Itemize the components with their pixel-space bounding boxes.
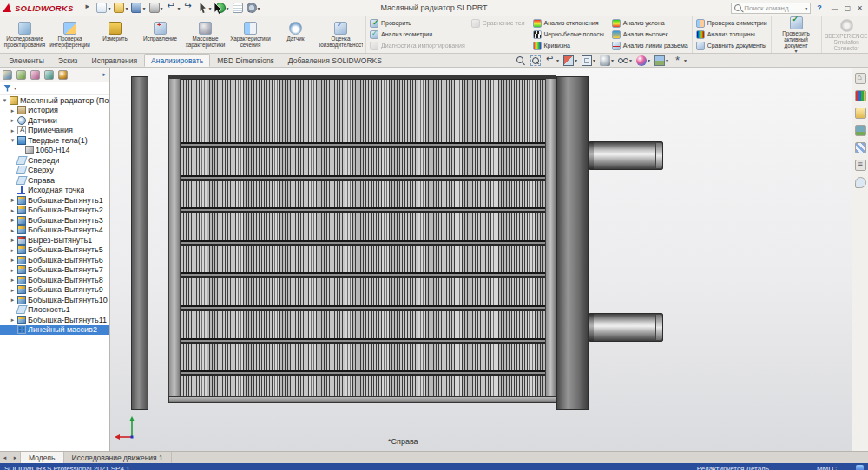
tree-item[interactable]: Плоскость1 xyxy=(0,305,109,316)
ribbon-button[interactable]: Черно-белые полосы ▾ xyxy=(532,29,605,41)
ribbon-button[interactable]: Массовые характеристики ▾ xyxy=(183,21,227,49)
radiator-right-tank[interactable] xyxy=(556,76,589,410)
help-icon[interactable]: ? xyxy=(815,3,824,12)
task-pane-tab[interactable] xyxy=(855,125,866,136)
view-tool-button[interactable]: ▾ xyxy=(562,55,578,66)
tree-item[interactable]: Бобышка-Вытянуть6 xyxy=(0,255,109,265)
ribbon-button[interactable]: Проверка симметрии ▾ xyxy=(695,18,768,29)
tree-item[interactable]: Исходная точка xyxy=(0,186,109,196)
tab-scroll-right-icon[interactable]: ▸ xyxy=(10,452,21,463)
ribbon-button[interactable]: Исправление ▾ xyxy=(138,21,182,42)
ribbon-button[interactable]: Анализ уклона ▾ xyxy=(611,18,689,29)
quick-toolbar-button[interactable]: ▾ xyxy=(130,2,146,14)
command-tab[interactable]: Эскиз xyxy=(51,54,85,67)
ribbon-button[interactable]: Диагностика импортирования ▾ xyxy=(369,41,466,52)
ribbon-button[interactable]: Сравнить документы ▾ xyxy=(695,41,768,52)
task-pane-tab[interactable] xyxy=(855,90,866,101)
expand-arrow-icon[interactable] xyxy=(10,257,16,263)
command-tab[interactable]: Исправления xyxy=(85,54,144,67)
panel-tab[interactable] xyxy=(2,69,13,81)
expand-arrow-icon[interactable] xyxy=(10,267,16,273)
tree-item[interactable]: Спереди xyxy=(0,155,109,166)
ribbon-button[interactable]: 3DEXPERIENCE Simulation Connector ▾ xyxy=(825,18,868,52)
maximize-button[interactable]: ▢ xyxy=(845,4,852,12)
ribbon-button[interactable]: Характеристики сечения ▾ xyxy=(228,21,273,49)
panel-expand-arrow[interactable]: ▸ xyxy=(101,71,108,78)
panel-tab[interactable] xyxy=(57,69,69,81)
tree-item[interactable]: Сверху xyxy=(0,166,109,176)
expand-arrow-icon[interactable] xyxy=(10,127,16,134)
quick-toolbar-button[interactable]: ▾ xyxy=(183,2,195,14)
command-tab[interactable]: Добавления SOLIDWORKS xyxy=(281,54,389,67)
ribbon-button[interactable]: Анализ отклонения ▾ xyxy=(532,18,605,29)
radiator-outlet-pipe-bottom[interactable] xyxy=(589,313,663,342)
tree-item[interactable]: Датчики xyxy=(0,115,109,126)
task-pane-tab[interactable] xyxy=(855,160,866,171)
expand-arrow-icon[interactable] xyxy=(10,217,16,223)
ribbon-button[interactable]: Кривизна ▾ xyxy=(532,41,605,52)
ribbon-button[interactable]: Проверить ▾ xyxy=(369,18,466,29)
radiator-outlet-pipe-top[interactable] xyxy=(589,141,663,170)
expand-arrow-icon[interactable] xyxy=(10,197,16,203)
quick-toolbar-button[interactable]: ▾ xyxy=(197,2,213,14)
expand-arrow-icon[interactable] xyxy=(10,237,16,243)
ribbon-button[interactable]: Датчик ▾ xyxy=(273,21,318,42)
tree-item[interactable]: Бобышка-Вытянуть8 xyxy=(0,275,109,285)
tab-scroll-left-icon[interactable]: ◂ xyxy=(0,452,10,463)
view-tool-button[interactable]: ▾ xyxy=(599,55,615,66)
expand-arrow-icon[interactable] xyxy=(10,227,16,233)
command-tab[interactable]: MBD Dimensions xyxy=(210,54,281,67)
task-pane-tab[interactable] xyxy=(855,142,866,153)
quick-toolbar-button[interactable]: ▾ xyxy=(95,2,111,14)
expand-arrow-icon[interactable] xyxy=(10,317,16,323)
expand-arrow-icon[interactable] xyxy=(10,277,16,283)
model-tab[interactable]: Модель xyxy=(21,452,64,463)
tree-item[interactable]: Примечания xyxy=(0,126,109,136)
view-tool-button[interactable]: ▾ xyxy=(515,55,527,66)
tree-item[interactable]: Бобышка-Вытянуть2 xyxy=(0,206,109,216)
view-tool-button[interactable]: ▾ xyxy=(617,55,633,66)
tree-item[interactable]: Бобышка-Вытянуть7 xyxy=(0,265,109,276)
ribbon-button[interactable]: Исследование проектирования ▾ xyxy=(3,21,47,49)
tree-item[interactable]: Бобышка-Вытянуть4 xyxy=(0,225,109,236)
search-input[interactable]: Поиск команд ▾ xyxy=(731,3,811,14)
tree-item[interactable]: История xyxy=(0,106,109,116)
command-tab[interactable]: Элементы xyxy=(2,54,51,67)
ribbon-button[interactable]: Сравнение тел ▾ xyxy=(470,18,526,29)
tree-item[interactable]: 1060-H14 xyxy=(0,146,109,156)
ribbon-button[interactable]: Анализ толщины ▾ xyxy=(695,29,768,41)
ribbon-button[interactable]: Измерить ▾ xyxy=(93,21,137,42)
quick-toolbar-button[interactable]: ▾ xyxy=(232,2,244,14)
quick-toolbar-button[interactable]: ▾ xyxy=(82,2,94,14)
tree-item[interactable]: Бобышка-Вытянуть11 xyxy=(0,315,109,325)
ribbon-button[interactable]: Анализ выточек ▾ xyxy=(611,29,689,41)
model-tab[interactable]: Исследование движения 1 xyxy=(64,452,172,463)
quick-toolbar-button[interactable]: ▾ xyxy=(166,2,181,14)
search-dropdown-icon[interactable]: ▾ xyxy=(805,5,807,11)
graphics-area[interactable]: *Справа xyxy=(110,68,852,451)
ribbon-button[interactable]: Анализ геометрии ▾ xyxy=(369,29,466,41)
view-tool-button[interactable]: ▾ xyxy=(672,55,687,66)
expand-arrow-icon[interactable] xyxy=(10,137,16,143)
ribbon-button[interactable]: Проверка интерференции ▾ xyxy=(48,21,92,49)
task-pane-tab[interactable] xyxy=(855,177,866,188)
tree-item[interactable]: Бобышка-Вытянуть3 xyxy=(0,215,109,225)
expand-arrow-icon[interactable] xyxy=(10,108,16,114)
radiator-left-side-plate[interactable] xyxy=(168,78,181,403)
expand-arrow-icon[interactable] xyxy=(10,207,16,213)
panel-tab[interactable] xyxy=(43,69,55,81)
tree-item[interactable]: Бобышка-Вытянуть9 xyxy=(0,285,109,296)
quick-toolbar-button[interactable]: ▾ xyxy=(148,2,164,14)
expand-arrow-icon[interactable] xyxy=(10,117,16,123)
view-tool-button[interactable]: ▾ xyxy=(635,55,651,66)
radiator-right-side-plate[interactable] xyxy=(545,78,556,403)
expand-arrow-icon[interactable] xyxy=(10,297,16,303)
radiator-core-fins[interactable] xyxy=(181,79,545,398)
ribbon-button[interactable]: Анализ линии разъема ▾ xyxy=(611,41,689,52)
quick-toolbar-button[interactable]: ▾ xyxy=(246,2,261,14)
expand-arrow-icon[interactable] xyxy=(10,247,16,253)
view-tool-button[interactable]: ▾ xyxy=(529,55,542,66)
expand-arrow-icon[interactable] xyxy=(2,97,8,103)
tree-item[interactable]: Справа xyxy=(0,175,109,186)
units-indicator[interactable]: ММГС xyxy=(817,465,837,470)
